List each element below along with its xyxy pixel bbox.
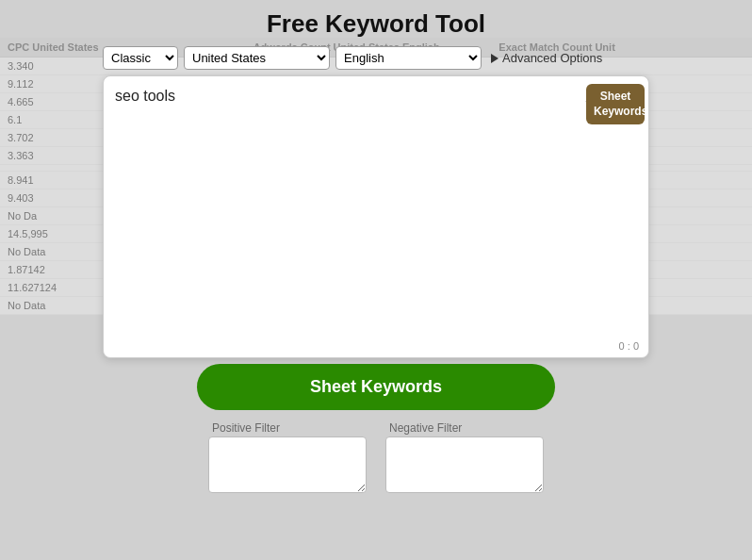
positive-filter-input[interactable] <box>208 436 367 493</box>
country-select[interactable]: United States <box>184 46 330 70</box>
keyword-input[interactable]: seo tools <box>115 88 601 342</box>
negative-filter-label: Negative Filter <box>389 421 462 435</box>
positive-filter-box: Positive Filter <box>208 421 367 493</box>
negative-filter-box: Negative Filter <box>385 421 544 493</box>
triangle-icon <box>491 54 499 63</box>
char-count: 0 : 0 <box>619 340 639 352</box>
search-card: seo tools X Sheet Keywords 0 : 0 <box>103 75 649 358</box>
sheet-keywords-main-button[interactable]: Sheet Keywords <box>197 364 555 410</box>
toolbar: Classic United States English Advanced O… <box>103 46 649 70</box>
advanced-options-label: Advanced Options <box>502 51 602 65</box>
main-overlay: Free Keyword Tool Classic United States … <box>0 0 752 560</box>
negative-filter-input[interactable] <box>385 436 544 493</box>
filter-row: Positive Filter Negative Filter <box>103 421 649 493</box>
classic-select[interactable]: Classic <box>103 46 178 70</box>
page-title: Free Keyword Tool <box>267 9 485 39</box>
sheet-keywords-small-button[interactable]: Sheet Keywords <box>586 84 645 124</box>
language-select[interactable]: English <box>335 46 482 70</box>
advanced-options-toggle[interactable]: Advanced Options <box>491 51 602 65</box>
positive-filter-label: Positive Filter <box>212 421 280 435</box>
